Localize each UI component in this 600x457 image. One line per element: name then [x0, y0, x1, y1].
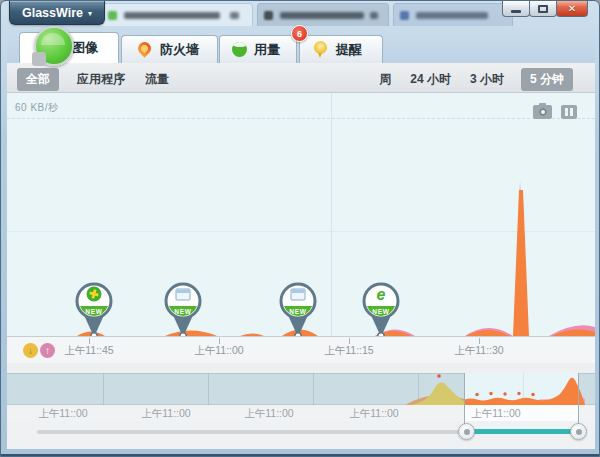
tab-label: 用量	[254, 41, 280, 59]
tab-alerts[interactable]: 提醒	[299, 35, 383, 63]
favicon	[108, 11, 117, 20]
new-app-marker[interactable]: NEW	[275, 281, 321, 341]
scrollbar-track[interactable]	[37, 430, 473, 434]
range-handle-right[interactable]	[570, 423, 587, 440]
new-app-marker[interactable]: NEW	[160, 281, 206, 341]
favicon	[264, 11, 273, 20]
time-label: 上午11::15	[324, 344, 373, 358]
upload-arrow-icon[interactable]: ↑	[40, 343, 55, 358]
selection-right-edge[interactable]	[578, 373, 579, 425]
title-bar[interactable]: GlassWire ▾ ✕	[1, 1, 599, 28]
tab-label: 提醒	[336, 41, 362, 59]
minimap-time-label: 上午11::00	[38, 407, 87, 421]
favicon	[400, 11, 409, 20]
time-label: 上午11::45	[64, 344, 113, 358]
tab-title-blur	[416, 12, 488, 19]
app-window-icon	[176, 289, 190, 300]
traffic-graph[interactable]: 60 KB/秒 NEW	[7, 93, 595, 336]
marker-new-label: NEW	[174, 308, 192, 315]
new-app-marker[interactable]: NEW	[71, 281, 117, 341]
minimap-time-label: 上午11::00	[471, 407, 520, 421]
app-menu-button[interactable]: GlassWire ▾	[9, 1, 105, 25]
marker-new-label: NEW	[289, 308, 307, 315]
close-icon: ✕	[568, 3, 576, 14]
background-browser-tab[interactable]	[99, 3, 253, 26]
timeline-minimap[interactable]: 上午11::00 上午11::00 上午11::00 上午11::00 上午11…	[7, 373, 595, 421]
alert-pin-icon	[314, 41, 327, 54]
time-label: 上午11::30	[454, 344, 503, 358]
range-scrollbar[interactable]	[7, 421, 595, 449]
tab-label: 图像	[72, 39, 98, 57]
minimize-icon	[511, 10, 521, 13]
filter-traffic-button[interactable]: 流量	[143, 68, 171, 91]
tab-usage[interactable]: 用量	[219, 35, 297, 63]
time-axis-strip: ↓ ↑ 上午11::45 上午11::00 上午11::15 上午11::30	[7, 336, 595, 363]
range-handle-left[interactable]	[458, 423, 475, 440]
new-app-marker[interactable]: e NEW	[358, 281, 404, 341]
flame-icon	[135, 39, 153, 57]
minimap-time-label: 上午11::00	[244, 407, 293, 421]
tab-graph[interactable]: 图像	[19, 32, 119, 63]
tab-title-blur	[280, 12, 364, 19]
minimize-button[interactable]	[502, 1, 530, 17]
selected-range-bar[interactable]	[466, 429, 578, 434]
time-label: 上午11::00	[194, 344, 243, 358]
tab-label: 防火墙	[160, 41, 199, 59]
client-area: 图像 防火墙 用量 提醒 6 全部 应用程序 流量	[7, 28, 595, 449]
marker-new-label: NEW	[372, 308, 390, 315]
divider	[7, 363, 595, 373]
glasswire-window: GlassWire ▾ ✕ 图像 防火墙 用量	[0, 0, 600, 457]
main-tab-bar: 图像 防火墙 用量 提醒 6	[7, 28, 595, 63]
tab-close-blur	[230, 12, 239, 19]
chevron-down-icon: ▾	[88, 9, 92, 18]
app-window-icon	[291, 289, 305, 300]
app-menu-label: GlassWire	[22, 6, 83, 20]
background-browser-tab[interactable]	[257, 3, 389, 26]
minimap-time-label: 上午11::00	[349, 407, 398, 421]
alerts-count-badge: 6	[291, 25, 308, 42]
selection-left-edge[interactable]	[464, 373, 465, 425]
usage-pie-icon	[232, 42, 247, 57]
tab-firewall[interactable]: 防火墙	[121, 35, 218, 63]
minimap-time-label: 上午11::00	[141, 407, 190, 421]
filter-all-button[interactable]: 全部	[17, 68, 59, 91]
download-arrow-icon[interactable]: ↓	[23, 343, 38, 358]
range-week-button[interactable]: 周	[377, 68, 393, 91]
maximize-button[interactable]	[529, 1, 557, 17]
sub-nav-bar: 全部 应用程序 流量 周 24 小时 3 小时 5 分钟	[7, 63, 595, 93]
upload-area-series	[375, 181, 595, 336]
close-button[interactable]: ✕	[556, 1, 588, 17]
tab-close-blur	[370, 12, 378, 19]
range-3h-button[interactable]: 3 小时	[468, 68, 506, 91]
tab-title-blur	[124, 12, 220, 19]
marker-new-label: NEW	[85, 308, 103, 315]
glasswire-logo-icon	[34, 26, 74, 66]
minimap-area-chart	[7, 373, 595, 405]
range-24h-button[interactable]: 24 小时	[408, 68, 453, 91]
background-browser-tab[interactable]	[393, 3, 513, 26]
maximize-icon	[538, 5, 548, 13]
filter-apps-button[interactable]: 应用程序	[75, 68, 127, 91]
range-5min-button[interactable]: 5 分钟	[521, 68, 573, 91]
app-browser-e-icon: e	[377, 286, 386, 303]
